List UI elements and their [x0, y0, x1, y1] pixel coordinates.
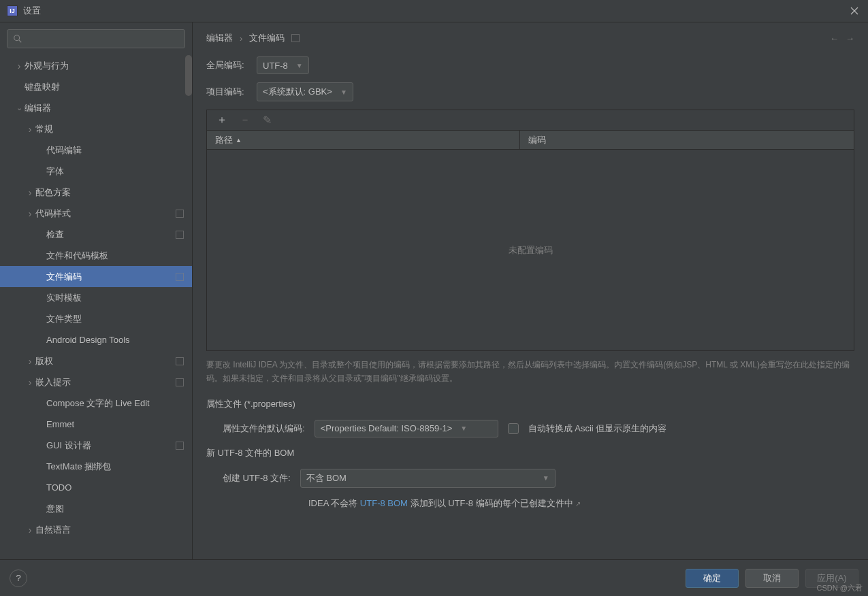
sidebar: 外观与行为键盘映射编辑器常规代码编辑字体配色方案代码样式检查文件和代码模板文件编…	[0, 22, 193, 559]
sidebar-item-label: 代码样式	[35, 208, 71, 220]
chevron-icon	[25, 208, 35, 219]
sidebar-item[interactable]: 嵌入提示	[0, 371, 192, 393]
bom-create-value: 不含 BOM	[306, 472, 347, 484]
watermark: CSDN @六君	[817, 583, 863, 593]
breadcrumb-root[interactable]: 编辑器	[206, 32, 233, 44]
ok-button[interactable]: 确定	[686, 569, 739, 588]
project-scope-icon	[176, 273, 184, 281]
footer: ? 确定 取消 应用(A)	[0, 559, 868, 596]
chevron-down-icon: ▼	[340, 88, 347, 96]
chevron-icon	[14, 103, 25, 112]
bom-create-label: 创建 UTF-8 文件:	[223, 472, 291, 484]
sidebar-item[interactable]: 字体	[0, 161, 192, 182]
sidebar-item-label: 版权	[35, 355, 53, 367]
chevron-icon	[25, 377, 35, 388]
project-scope-icon	[176, 210, 184, 218]
nav-back-button[interactable]: ←	[830, 33, 839, 44]
edit-button[interactable]: ✎	[263, 114, 272, 127]
project-scope-icon	[176, 378, 184, 386]
sidebar-item[interactable]: Compose 文字的 Live Edit	[0, 393, 192, 414]
sidebar-item-label: 文件和代码模板	[46, 250, 108, 262]
sidebar-item[interactable]: 检查	[0, 224, 192, 245]
search-icon	[13, 34, 22, 44]
help-button[interactable]: ?	[10, 569, 27, 587]
sidebar-item-label: 键盘映射	[25, 81, 60, 93]
sidebar-item-label: Emmet	[46, 419, 74, 429]
utf8-bom-link[interactable]: UTF-8 BOM	[360, 498, 408, 508]
sidebar-item[interactable]: 文件编码	[0, 266, 192, 287]
ascii-checkbox[interactable]	[508, 423, 519, 434]
project-encoding-label: 项目编码:	[206, 86, 247, 98]
props-default-label: 属性文件的默认编码:	[223, 423, 305, 435]
sidebar-item-label: Compose 文字的 Live Edit	[46, 397, 150, 410]
sidebar-item-label: 代码编辑	[46, 144, 82, 156]
project-scope-icon	[176, 231, 184, 239]
sidebar-item-label: 配色方案	[35, 186, 71, 199]
cancel-button[interactable]: 取消	[745, 569, 799, 588]
sidebar-item-label: GUI 设计器	[46, 440, 91, 452]
project-scope-icon	[176, 357, 184, 365]
sidebar-item[interactable]: 代码编辑	[0, 139, 192, 161]
sidebar-item[interactable]: 编辑器	[0, 97, 192, 118]
chevron-down-icon: ▼	[543, 474, 549, 482]
chevron-down-icon: ▼	[460, 425, 467, 432]
content-panel: 编辑器 › 文件编码 ← → 全局编码: UTF-8 ▼ 项目编码: <系统默认…	[193, 22, 868, 559]
sidebar-item-label: 自然语言	[35, 524, 71, 536]
project-scope-icon	[291, 34, 300, 42]
project-encoding-combo[interactable]: <系统默认: GBK> ▼	[257, 82, 353, 101]
breadcrumb-leaf: 文件编码	[249, 32, 285, 44]
sidebar-item[interactable]: 文件类型	[0, 308, 192, 329]
sidebar-item[interactable]: 意图	[0, 498, 192, 519]
app-icon: IJ	[7, 5, 18, 16]
sidebar-item[interactable]: 自然语言	[0, 519, 192, 540]
sidebar-item-label: 常规	[35, 123, 53, 135]
sidebar-item-label: Android Design Tools	[46, 335, 130, 345]
sidebar-item[interactable]: 常规	[0, 118, 192, 139]
settings-tree[interactable]: 外观与行为键盘映射编辑器常规代码编辑字体配色方案代码样式检查文件和代码模板文件编…	[0, 55, 192, 559]
sidebar-item-label: TODO	[46, 482, 71, 493]
sidebar-item[interactable]: Emmet	[0, 414, 192, 435]
svg-point-0	[14, 35, 20, 41]
sidebar-item[interactable]: TextMate 捆绑包	[0, 456, 192, 477]
search-input[interactable]	[7, 29, 185, 48]
external-link-icon: ↗	[575, 500, 581, 508]
sidebar-item[interactable]: 代码样式	[0, 203, 192, 224]
bom-create-combo[interactable]: 不含 BOM ▼	[300, 469, 556, 488]
close-icon	[850, 7, 858, 15]
sidebar-item[interactable]: 配色方案	[0, 182, 192, 203]
sidebar-item[interactable]: 文件和代码模板	[0, 245, 192, 266]
sidebar-item[interactable]: Android Design Tools	[0, 329, 192, 350]
sidebar-item[interactable]: GUI 设计器	[0, 435, 192, 456]
sidebar-item-label: 文件类型	[46, 313, 82, 325]
sidebar-item-label: 意图	[46, 503, 64, 515]
table-empty-text: 未配置编码	[207, 150, 854, 350]
chevron-icon	[25, 525, 35, 535]
props-default-combo[interactable]: <Properties Default: ISO-8859-1> ▼	[315, 420, 498, 437]
breadcrumb: 编辑器 › 文件编码 ← →	[206, 32, 854, 44]
sidebar-item[interactable]: 键盘映射	[0, 76, 192, 97]
sidebar-item-label: 文件编码	[46, 271, 82, 283]
sidebar-item[interactable]: 外观与行为	[0, 55, 192, 76]
chevron-icon	[14, 61, 25, 71]
global-encoding-combo[interactable]: UTF-8 ▼	[257, 56, 309, 74]
sidebar-item[interactable]: 版权	[0, 350, 192, 371]
sidebar-item-label: 字体	[46, 165, 64, 178]
props-default-value: <Properties Default: ISO-8859-1>	[321, 423, 453, 433]
sidebar-item-label: 检查	[46, 229, 64, 241]
bom-section-title: 新 UTF-8 文件的 BOM	[206, 447, 854, 459]
global-encoding-value: UTF-8	[263, 61, 288, 71]
nav-forward-button[interactable]: →	[846, 33, 854, 44]
sidebar-item-label: 嵌入提示	[35, 376, 71, 388]
add-button[interactable]: ＋	[216, 113, 227, 127]
chevron-down-icon: ▼	[296, 62, 303, 69]
scrollbar[interactable]	[185, 55, 192, 96]
sidebar-item[interactable]: TODO	[0, 477, 192, 498]
remove-button[interactable]: －	[240, 113, 251, 127]
sidebar-item-label: 编辑器	[25, 102, 51, 114]
column-encoding[interactable]: 编码	[520, 131, 854, 149]
column-path[interactable]: 路径 ▲	[207, 131, 520, 149]
window-title: 设置	[23, 5, 41, 17]
close-button[interactable]	[848, 4, 861, 18]
svg-line-1	[19, 40, 22, 43]
sidebar-item[interactable]: 实时模板	[0, 287, 192, 308]
